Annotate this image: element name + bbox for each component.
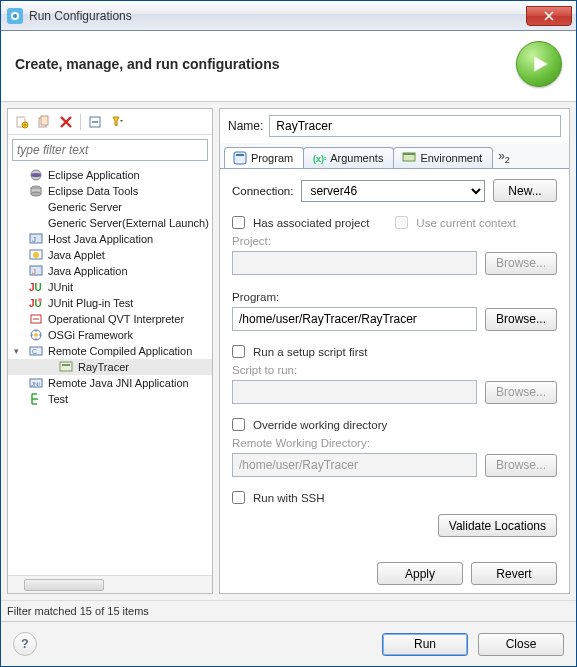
tree-item[interactable]: ▾CRemote Compiled Application	[8, 343, 212, 359]
tree-item-label: RayTracer	[78, 361, 129, 373]
tab-arguments-label: Arguments	[330, 152, 383, 164]
tree-item-label: Eclipse Data Tools	[48, 185, 138, 197]
project-label: Project:	[232, 235, 557, 247]
duplicate-config-icon[interactable]	[34, 112, 54, 132]
filter-input[interactable]	[12, 139, 208, 161]
has-associated-project-checkbox[interactable]	[232, 216, 245, 229]
project-browse-button: Browse...	[485, 252, 557, 275]
tree-h-scrollbar[interactable]	[8, 575, 212, 593]
tree-item-label: Operational QVT Interpreter	[48, 313, 184, 325]
window-close-button[interactable]	[526, 6, 572, 26]
override-wd-label: Override working directory	[253, 419, 387, 431]
toolbar-separator	[80, 114, 81, 130]
tree-item-label: Host Java Application	[48, 233, 153, 245]
expander-icon[interactable]: ▾	[14, 346, 24, 356]
tree-item[interactable]: ▾Test	[8, 391, 212, 407]
applet-icon	[28, 247, 44, 263]
configurations-pane: ▾Eclipse Application▾Eclipse Data Tools▾…	[7, 108, 213, 594]
tree-item[interactable]: ▾JNIRemote Java JNI Application	[8, 375, 212, 391]
new-config-icon[interactable]	[12, 112, 32, 132]
svg-point-16	[33, 252, 39, 258]
tree-item-label: Generic Server(External Launch)	[48, 217, 209, 229]
tree-item[interactable]: ▾JJava Application	[8, 263, 212, 279]
tree-item[interactable]: ▾Operational QVT Interpreter	[8, 311, 212, 327]
program-label: Program:	[232, 291, 557, 303]
svg-marker-2	[534, 57, 547, 72]
delete-config-icon[interactable]	[56, 112, 76, 132]
main-split: ▾Eclipse Application▾Eclipse Data Tools▾…	[1, 102, 576, 600]
config-toolbar	[8, 109, 212, 135]
tree-item-label: Java Applet	[48, 249, 105, 261]
tree-item[interactable]: ▾JUJUnit	[8, 279, 212, 295]
blank-icon	[28, 199, 44, 215]
tree-item[interactable]: ▾JUJUnit Plug-in Test	[8, 295, 212, 311]
remote-wd-browse-button: Browse...	[485, 454, 557, 477]
use-current-context-checkbox	[395, 216, 408, 229]
tree-item[interactable]: ▾Generic Server(External Launch)	[8, 215, 212, 231]
raytracer-icon	[58, 359, 74, 375]
qvt-icon	[28, 311, 44, 327]
dialog-footer: ? Run Close	[1, 621, 576, 666]
program-input[interactable]	[232, 307, 477, 331]
name-input[interactable]	[269, 115, 561, 137]
run-setup-script-label: Run a setup script first	[253, 346, 367, 358]
svg-rect-27	[60, 362, 72, 371]
remote-wd-label: Remote Working Directory:	[232, 437, 557, 449]
tree-item-label: JUnit	[48, 281, 73, 293]
tab-environment-label: Environment	[420, 152, 482, 164]
tab-environment[interactable]: Environment	[393, 147, 493, 168]
tree-item[interactable]: ▾OSGi Framework	[8, 327, 212, 343]
environment-tab-icon	[402, 151, 416, 165]
program-browse-button[interactable]: Browse...	[485, 308, 557, 331]
connection-label: Connection:	[232, 185, 293, 197]
tab-overflow[interactable]: »2	[492, 146, 516, 168]
junit-p-icon: JU	[28, 295, 44, 311]
tree-item[interactable]: ▾RayTracer	[8, 359, 212, 375]
tree-item-label: OSGi Framework	[48, 329, 133, 341]
svg-point-9	[31, 173, 41, 177]
filter-menu-icon[interactable]	[107, 112, 127, 132]
override-wd-checkbox[interactable]	[232, 418, 245, 431]
tab-arguments[interactable]: (x)= Arguments	[303, 147, 394, 168]
tree-item[interactable]: ▾Generic Server	[8, 199, 212, 215]
help-button[interactable]: ?	[13, 632, 37, 656]
run-button[interactable]: Run	[382, 633, 468, 656]
validate-locations-button[interactable]: Validate Locations	[438, 514, 557, 537]
connection-select[interactable]: server46	[301, 180, 485, 202]
new-connection-button[interactable]: New...	[493, 179, 557, 202]
apply-button[interactable]: Apply	[377, 562, 463, 585]
svg-rect-32	[236, 154, 244, 156]
tree-item[interactable]: ▾Eclipse Data Tools	[8, 183, 212, 199]
close-button[interactable]: Close	[478, 633, 564, 656]
jni-icon: JNI	[28, 375, 44, 391]
svg-rect-35	[403, 153, 415, 155]
has-associated-project-label: Has associated project	[253, 217, 369, 229]
tree-item[interactable]: ▾JHost Java Application	[8, 231, 212, 247]
eclipse-icon	[28, 167, 44, 183]
svg-point-1	[13, 14, 17, 18]
svg-text:JNI: JNI	[31, 381, 40, 387]
script-input	[232, 380, 477, 404]
program-tab-form: Connection: server46 New... Has associat…	[220, 169, 569, 593]
tree-item[interactable]: ▾Java Applet	[8, 247, 212, 263]
svg-text:JU: JU	[29, 282, 42, 293]
tab-program[interactable]: Program	[224, 147, 304, 168]
tree-item-label: Test	[48, 393, 68, 405]
run-with-ssh-label: Run with SSH	[253, 492, 325, 504]
dialog-title: Create, manage, and run configurations	[15, 56, 516, 72]
junit-icon: JU	[28, 279, 44, 295]
svg-point-24	[34, 333, 38, 337]
revert-button[interactable]: Revert	[471, 562, 557, 585]
tree-item-label: JUnit Plug-in Test	[48, 297, 133, 309]
run-hero-icon	[516, 41, 562, 87]
java-icon: J	[28, 263, 44, 279]
script-to-run-label: Script to run:	[232, 364, 557, 376]
run-setup-script-checkbox[interactable]	[232, 345, 245, 358]
db-icon	[28, 183, 44, 199]
config-tree[interactable]: ▾Eclipse Application▾Eclipse Data Tools▾…	[8, 165, 212, 575]
run-with-ssh-checkbox[interactable]	[232, 491, 245, 504]
tree-item-label: Generic Server	[48, 201, 122, 213]
collapse-all-icon[interactable]	[85, 112, 105, 132]
tree-item[interactable]: ▾Eclipse Application	[8, 167, 212, 183]
svg-point-12	[31, 192, 41, 196]
